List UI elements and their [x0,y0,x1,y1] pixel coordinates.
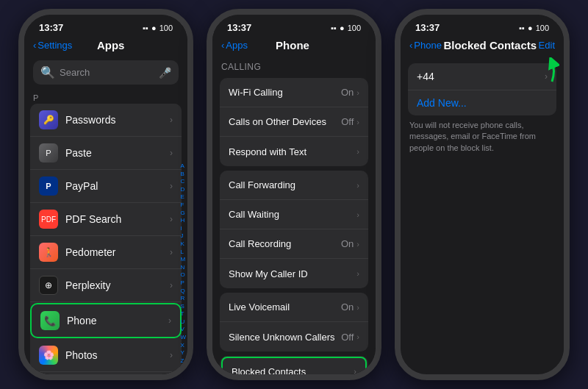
call-waiting-label: Call Waiting [229,209,356,220]
chevron-icon: › [354,367,356,374]
list-item-pedometer[interactable]: 🚶 Pedometer › [30,236,182,269]
signal-icon: ▪▪ [143,24,148,32]
call-forwarding-row[interactable]: Call Forwarding › [220,171,368,200]
chevron-icon: › [356,303,359,312]
calls-on-other-label: Calls on Other Devices [229,116,341,127]
settings-group-1: Wi-Fi Calling On › Calls on Other Device… [220,78,368,166]
call-recording-label: Call Recording [229,238,341,249]
wifi-icon: ● [151,24,157,32]
page-title-2: Phone [248,39,337,51]
phone-1: 13:37 ▪▪ ● 100 ‹ Settings Apps 🔍 Search … [18,9,193,380]
chevron-icon: › [356,210,359,219]
respond-text-label: Respond with Text [229,146,356,157]
edit-button[interactable]: Edit [539,40,555,51]
passwords-icon: 🔑 [39,110,58,129]
chevron-icon: › [356,240,359,249]
calls-on-other-row[interactable]: Calls on Other Devices Off › [220,107,368,137]
wifi-calling-row[interactable]: Wi-Fi Calling On › [220,78,368,107]
battery-icon: 100 [348,24,361,32]
chevron-icon: › [356,88,359,97]
pedometer-icon: 🚶 [39,243,58,262]
list-item-perplexity[interactable]: ⊕ Perplexity › [30,269,182,302]
chevron-icon: › [356,269,359,278]
chevron-icon: › [170,115,173,125]
status-time-1: 13:37 [39,22,63,33]
list-item-playground[interactable]: 🎮 Playground › [30,372,182,374]
list-item-pdf[interactable]: PDF PDF Search › [30,203,182,236]
chevron-left-icon: ‹ [33,40,36,51]
page-title-3: Blocked Contacts [442,39,539,51]
blocked-contacts-row[interactable]: Blocked Contacts › [221,357,367,374]
list-item-photos[interactable]: 🌸 Photos › [30,339,182,372]
respond-text-row[interactable]: Respond with Text › [220,137,368,166]
add-new-row[interactable]: Add New... [408,90,556,115]
paypal-label: PayPal [65,180,170,192]
chevron-icon: › [170,214,173,224]
alphabet-index[interactable]: ABCDE FGHIJ KLMNO PQRST UVWXY Z# [180,163,186,372]
photos-label: Photos [65,349,170,361]
list-item-paste[interactable]: P Paste › [30,137,182,170]
status-icons-1: ▪▪ ● 100 [143,24,173,32]
chevron-icon: › [170,350,173,360]
apps-list: 🔑 Passwords › P Paste › P PayPal › PDF P… [24,104,187,374]
wifi-icon: ● [340,24,345,32]
page-title-1: Apps [72,39,149,51]
perplexity-icon: ⊕ [39,276,58,295]
nav-bar-2: ‹ Apps Phone [212,36,376,57]
status-icons-3: ▪▪ ● 100 [519,24,549,32]
passwords-label: Passwords [65,114,170,126]
list-item-passwords[interactable]: 🔑 Passwords › [30,104,182,137]
silence-unknown-row[interactable]: Silence Unknown Callers Off › [220,322,368,351]
nav-bar-3: ‹ Phone Blocked Contacts Edit [401,36,564,57]
list-item-paypal[interactable]: P PayPal › [30,170,182,203]
chevron-icon: › [170,148,173,158]
perplexity-label: Perplexity [65,279,170,291]
call-waiting-row[interactable]: Call Waiting › [220,200,368,229]
search-placeholder-1: Search [60,67,90,78]
calls-on-other-value: Off [341,116,354,127]
photos-icon: 🌸 [39,346,58,365]
chevron-icon: › [170,280,173,290]
back-button-2[interactable]: ‹ Apps [221,40,248,51]
nav-bar-1: ‹ Settings Apps [24,36,187,57]
show-caller-id-row[interactable]: Show My Caller ID › [220,259,368,288]
calling-section-header: CALLING [212,57,376,74]
silence-unknown-value: Off [341,332,354,343]
settings-group-4: Blocked Contacts › SMS/Call Reporting › [220,356,368,374]
battery-icon: 100 [536,24,549,32]
search-icon: 🔍 [40,65,55,79]
live-voicemail-row[interactable]: Live Voicemail On › [220,293,368,322]
wifi-calling-label: Wi-Fi Calling [229,87,341,98]
phone-3: 13:37 ▪▪ ● 100 ‹ Phone Blocked Contacts … [395,9,570,380]
back-label-1: Settings [37,40,72,51]
mic-icon: 🎤 [159,67,171,79]
wifi-calling-value: On [341,87,354,98]
signal-icon: ▪▪ [331,24,337,32]
status-time-3: 13:37 [415,22,440,33]
back-label-2: Apps [226,40,248,51]
back-button-3[interactable]: ‹ Phone [409,40,442,51]
status-bar-2: 13:37 ▪▪ ● 100 [212,15,376,36]
add-new-label: Add New... [417,97,467,109]
call-forwarding-label: Call Forwarding [229,179,356,190]
settings-group-2: Call Forwarding › Call Waiting › Call Re… [220,171,368,288]
blocked-contacts-label: Blocked Contacts [232,366,354,375]
call-recording-value: On [341,238,354,249]
wifi-icon: ● [528,24,533,32]
phone-app-icon: 📞 [40,311,60,330]
search-bar-1[interactable]: 🔍 Search 🎤 [33,60,179,85]
paste-label: Paste [65,147,170,159]
chevron-icon: › [168,315,171,326]
live-voicemail-value: On [341,301,354,313]
blocked-number: +44 [417,71,545,82]
silence-unknown-label: Silence Unknown Callers [229,332,341,343]
live-voicemail-label: Live Voicemail [229,301,341,313]
chevron-left-icon: ‹ [221,40,224,51]
signal-icon: ▪▪ [519,24,525,32]
back-button-1[interactable]: ‹ Settings [33,40,72,51]
chevron-icon: › [356,181,359,190]
call-recording-row[interactable]: Call Recording On › [220,229,368,259]
phone-label: Phone [67,315,168,326]
paste-icon: P [39,143,58,163]
list-item-phone[interactable]: 📞 Phone › [30,303,182,338]
